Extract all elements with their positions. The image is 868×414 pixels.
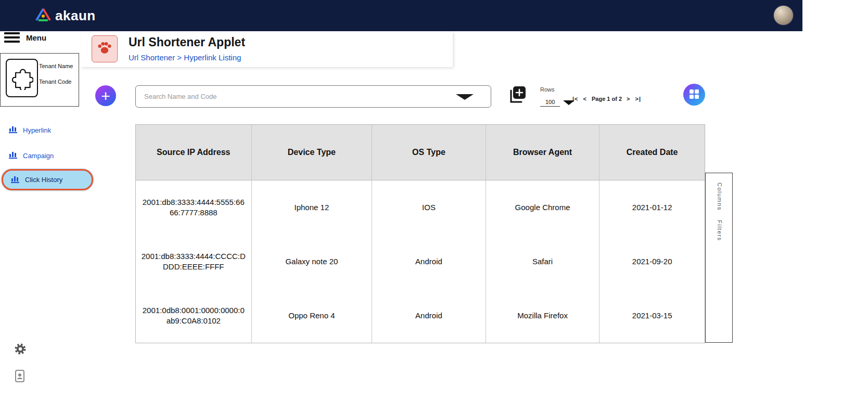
column-header: Created Date <box>599 125 705 180</box>
cell-source-ip: 2001:db8:3333:4444:5555:6666:7777:8888 <box>136 180 252 235</box>
contact-card-button[interactable] <box>14 369 25 385</box>
bar-chart-icon <box>8 150 18 161</box>
rows-value: 100 <box>540 99 560 107</box>
search-box <box>135 85 491 108</box>
bar-chart-icon <box>8 124 18 136</box>
tenant-code-label: Tenant Code <box>39 79 73 85</box>
grid-icon <box>689 89 699 101</box>
bar-chart-icon <box>10 174 20 186</box>
brand-name: akaun <box>55 8 96 24</box>
applet-header: Url Shortener Applet Url Shortener > Hyp… <box>81 31 453 67</box>
puzzle-icon <box>10 64 33 92</box>
tenant-labels: Tenant Name Tenant Code <box>39 63 73 85</box>
sidebar-item-hyperlink[interactable]: Hyperlink <box>8 124 51 136</box>
applet-logo <box>92 35 118 62</box>
column-header: OS Type <box>372 125 486 180</box>
page-title: Url Shortener Applet <box>129 35 245 49</box>
last-page-button[interactable]: >| <box>635 96 641 102</box>
cell-os-type: Android <box>372 289 486 343</box>
topbar: akaun <box>0 0 802 31</box>
columns-tab[interactable]: Columns <box>716 183 723 211</box>
cell-created-date: 2021-09-20 <box>599 235 705 289</box>
akaun-triangle-logo-icon <box>35 8 51 23</box>
grid-view-button[interactable] <box>683 84 705 106</box>
column-header: Browser Agent <box>486 125 600 180</box>
contact-card-icon <box>14 376 25 384</box>
paw-icon <box>96 40 113 58</box>
sidebar-item-campaign[interactable]: Campaign <box>8 150 54 161</box>
search-dropdown-caret-icon[interactable] <box>456 94 474 100</box>
cell-browser-agent: Google Chrome <box>486 180 600 235</box>
sidebar-item-label: Click History <box>25 176 62 184</box>
plus-icon: + <box>101 87 110 105</box>
tenant-name-label: Tenant Name <box>39 63 73 69</box>
sidebar-item-click-history[interactable]: Click History <box>2 169 93 190</box>
sidebar-item-label: Campaign <box>23 152 54 160</box>
cell-browser-agent: Safari <box>486 235 600 289</box>
search-input[interactable] <box>135 85 491 108</box>
cell-device-type: Iphone 12 <box>252 180 373 235</box>
cell-os-type: IOS <box>372 180 486 235</box>
menu-label: Menu <box>26 33 46 42</box>
cell-source-ip: 2001:db8:3333:4444:CCCC:DDDD:EEEE:FFFF <box>136 235 252 289</box>
copy-plus-icon <box>506 99 527 108</box>
gear-icon <box>14 348 27 357</box>
click-history-table: Source IP Address Device Type OS Type Br… <box>135 124 705 343</box>
first-page-button[interactable]: |< <box>572 96 579 102</box>
rows-per-page: Rows 100 <box>540 86 575 107</box>
sidebar-item-label: Hyperlink <box>23 126 51 134</box>
user-avatar[interactable] <box>773 5 794 25</box>
cell-browser-agent: Mozilla Firefox <box>486 289 600 343</box>
settings-button[interactable] <box>14 342 27 358</box>
rows-select[interactable]: 100 <box>540 99 575 107</box>
tenant-box[interactable]: Tenant Name Tenant Code <box>0 53 79 107</box>
add-button[interactable]: + <box>95 85 116 106</box>
column-header: Device Type <box>252 125 373 180</box>
breadcrumb[interactable]: Url Shortener > Hyperlink Listing <box>129 53 241 62</box>
cell-device-type: Oppo Reno 4 <box>252 289 373 343</box>
table-row[interactable]: 2001:db8:3333:4444:5555:6666:7777:8888 I… <box>136 180 705 235</box>
column-header: Source IP Address <box>136 125 252 180</box>
table-row[interactable]: 2001:db8:3333:4444:CCCC:DDDD:EEEE:FFFF G… <box>136 235 705 289</box>
menu-toggle[interactable]: Menu <box>4 32 46 43</box>
prev-page-button[interactable]: < <box>583 96 587 102</box>
copy-add-button[interactable] <box>506 84 527 108</box>
table-options-panel: Columns Filters <box>705 173 733 343</box>
next-page-button[interactable]: > <box>627 96 630 102</box>
table-row[interactable]: 2001:0db8:0001:0000:0000:0ab9:C0A8:0102 … <box>136 289 705 343</box>
page-indicator: Page 1 of 2 <box>592 96 622 102</box>
cell-created-date: 2021-01-12 <box>599 180 705 235</box>
cell-device-type: Galaxy note 20 <box>252 235 373 289</box>
cell-source-ip: 2001:0db8:0001:0000:0000:0ab9:C0A8:0102 <box>136 289 252 343</box>
cell-created-date: 2021-03-15 <box>599 289 705 343</box>
cell-os-type: Android <box>372 235 486 289</box>
hamburger-icon <box>4 32 20 43</box>
table-header-row: Source IP Address Device Type OS Type Br… <box>136 125 705 180</box>
brand-logo: akaun <box>35 8 96 24</box>
page: akaun Menu Tenant Name Tenant Code <box>0 0 868 414</box>
rows-label: Rows <box>540 86 575 93</box>
pagination: |< < Page 1 of 2 > >| <box>572 96 641 102</box>
tenant-logo-frame <box>6 59 38 97</box>
filters-tab[interactable]: Filters <box>716 220 723 241</box>
